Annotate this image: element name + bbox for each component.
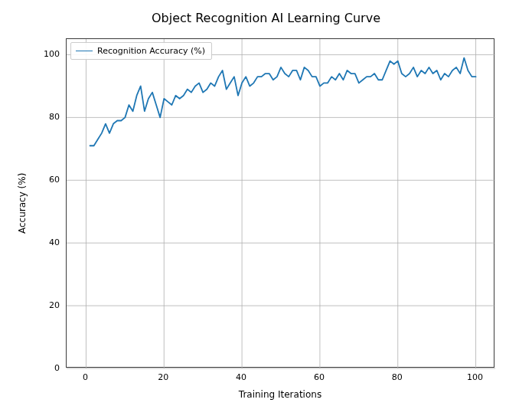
x-tick-label: 40 (236, 372, 246, 382)
y-tick-label: 40 (49, 237, 60, 247)
series-line-recognition-accuracy (90, 58, 476, 146)
legend-label: Recognition Accuracy (%) (97, 46, 205, 56)
x-axis-label: Training Iterations (66, 389, 494, 400)
legend-swatch-icon (76, 51, 93, 51)
y-tick-label: 60 (49, 175, 60, 185)
y-tick-label: 100 (44, 49, 60, 59)
chart-figure: Object Recognition AI Learning Curve Tra… (0, 0, 532, 419)
y-axis-label: Accuracy (%) (17, 38, 28, 368)
legend: Recognition Accuracy (%) (70, 42, 212, 60)
x-tick-label: 60 (314, 372, 325, 382)
x-tick-label: 80 (392, 372, 403, 382)
x-tick-label: 0 (83, 372, 88, 382)
chart-axes (66, 38, 494, 368)
plot-area (67, 39, 494, 367)
y-tick-label: 80 (49, 112, 60, 122)
y-tick-label: 20 (49, 300, 60, 310)
y-tick-label: 0 (54, 363, 60, 373)
grid-group (67, 39, 495, 368)
x-tick-label: 20 (158, 372, 168, 382)
x-tick-label: 100 (467, 372, 483, 382)
chart-title: Object Recognition AI Learning Curve (0, 11, 532, 25)
